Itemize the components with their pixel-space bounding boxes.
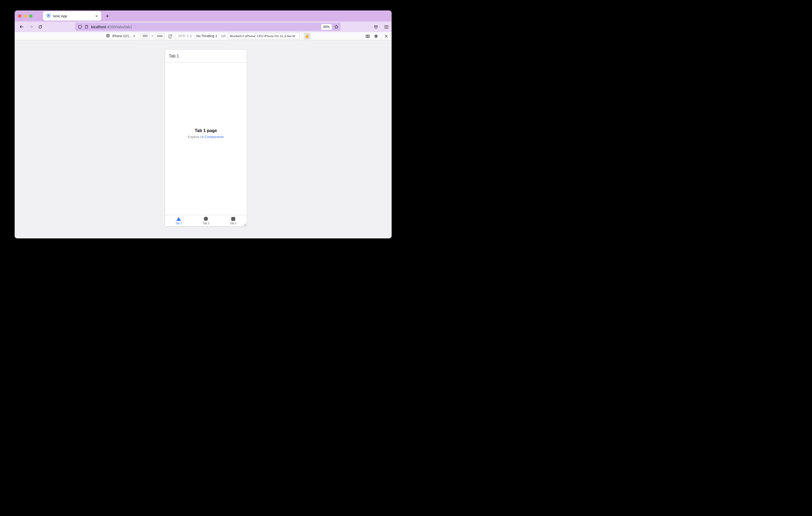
app-header-title: Tab 1 bbox=[169, 54, 179, 59]
triangle-icon bbox=[176, 217, 181, 221]
explore-container: Tab 1 page Explore UI Components bbox=[165, 128, 247, 139]
rdm-toolbar: iPhone 12/1... × DPR: 3 No Throttling UA… bbox=[14, 32, 392, 40]
pocket-button[interactable] bbox=[372, 23, 380, 31]
app-content: Tab 1 page Explore UI Components bbox=[165, 62, 247, 215]
menu-button[interactable] bbox=[383, 23, 390, 31]
tab-strip: Ionic App bbox=[14, 10, 392, 22]
toolbar-separator bbox=[195, 32, 195, 40]
rdm-content-area: Tab 1 Tab 1 page Explore UI Components T… bbox=[14, 40, 392, 238]
app-tab-3[interactable]: Tab 3 bbox=[220, 215, 247, 226]
tab-title: Ionic App bbox=[53, 14, 94, 18]
viewport-height-input[interactable] bbox=[155, 33, 165, 39]
toolbar-separator bbox=[362, 32, 362, 40]
toolbar-separator bbox=[138, 32, 138, 40]
back-arrow-icon bbox=[19, 25, 24, 29]
browser-compass-icon bbox=[106, 33, 110, 39]
page-info-icon[interactable] bbox=[85, 25, 88, 29]
explore-prefix: Explore bbox=[188, 135, 199, 139]
navigation-toolbar: localhost:4200/tabs/tab1 80% bbox=[14, 22, 392, 32]
ua-label: UA: bbox=[221, 34, 226, 38]
app-tab-label: Tab 1 bbox=[176, 222, 182, 225]
bookmark-star-icon[interactable] bbox=[334, 25, 339, 29]
dpr-stepper-icon bbox=[190, 35, 192, 37]
close-rdm-button[interactable] bbox=[383, 33, 389, 39]
gear-icon bbox=[374, 34, 378, 38]
page-title: Tab 1 page bbox=[165, 128, 247, 133]
rotate-viewport-button[interactable] bbox=[167, 33, 173, 39]
screenshot-button[interactable] bbox=[364, 33, 371, 39]
url-text: localhost:4200/tabs/tab1 bbox=[91, 25, 321, 29]
user-agent-input[interactable] bbox=[228, 33, 299, 39]
throttling-selector[interactable]: No Throttling bbox=[197, 34, 217, 38]
device-label: iPhone 12/1... bbox=[112, 34, 132, 38]
rotate-phone-icon bbox=[168, 34, 172, 38]
tab-close-button[interactable] bbox=[94, 13, 99, 19]
camera-icon bbox=[366, 34, 370, 38]
device-selector[interactable]: iPhone 12/1... bbox=[106, 33, 135, 39]
device-viewport: Tab 1 Tab 1 page Explore UI Components T… bbox=[165, 50, 247, 226]
ui-components-link[interactable]: UI Components bbox=[200, 135, 224, 139]
resize-grip-icon bbox=[243, 223, 246, 226]
dimensions-group: × bbox=[140, 33, 173, 39]
forward-button[interactable] bbox=[27, 23, 34, 31]
browser-window: Ionic App localhost:4200/tabs/tab1 bbox=[14, 10, 392, 238]
dimensions-times: × bbox=[151, 34, 153, 38]
shield-icon[interactable] bbox=[78, 25, 82, 29]
app-tab-2[interactable]: Tab 2 bbox=[192, 215, 220, 226]
reload-button[interactable] bbox=[37, 23, 44, 31]
zoom-level-badge[interactable]: 80% bbox=[321, 24, 332, 30]
app-header: Tab 1 bbox=[165, 50, 247, 62]
url-bar[interactable]: localhost:4200/tabs/tab1 80% bbox=[75, 23, 341, 31]
touch-pointer-icon: ☝ bbox=[304, 34, 310, 38]
plus-icon bbox=[106, 14, 109, 18]
back-button[interactable] bbox=[18, 23, 25, 31]
viewport-resize-handle[interactable] bbox=[243, 223, 246, 226]
user-agent-group: UA: bbox=[221, 33, 299, 39]
dpr-selector: DPR: 3 bbox=[178, 34, 192, 38]
reload-icon bbox=[38, 25, 42, 29]
close-icon bbox=[95, 14, 98, 18]
app-tab-bar: Tab 1 Tab 2 Tab 3 bbox=[165, 215, 247, 226]
toolbar-separator bbox=[301, 32, 302, 40]
settings-button[interactable] bbox=[373, 33, 379, 39]
touch-simulation-toggle[interactable]: ☝ bbox=[304, 33, 311, 39]
app-tab-1[interactable]: Tab 1 bbox=[165, 215, 192, 226]
dpr-label: DPR: 3 bbox=[178, 34, 188, 38]
window-controls bbox=[14, 14, 32, 18]
pocket-icon bbox=[374, 25, 378, 29]
url-path: :4200/tabs/tab1 bbox=[106, 25, 132, 29]
ionic-favicon-icon bbox=[46, 13, 51, 19]
hamburger-menu-icon bbox=[384, 25, 388, 29]
ellipse-icon bbox=[204, 217, 208, 221]
app-tab-label: Tab 2 bbox=[203, 222, 209, 225]
url-host: localhost bbox=[91, 25, 106, 29]
forward-arrow-icon bbox=[29, 25, 33, 29]
window-minimize-button[interactable] bbox=[24, 14, 27, 18]
device-stepper-icon bbox=[134, 35, 135, 37]
throttling-stepper-icon bbox=[215, 35, 217, 37]
window-close-button[interactable] bbox=[18, 14, 22, 18]
viewport-width-input[interactable] bbox=[140, 33, 150, 39]
app-tab-label: Tab 3 bbox=[230, 222, 236, 225]
new-tab-button[interactable] bbox=[104, 12, 111, 20]
square-icon bbox=[231, 217, 235, 221]
throttling-label: No Throttling bbox=[197, 34, 214, 38]
browser-tab[interactable]: Ionic App bbox=[43, 11, 101, 21]
window-zoom-button[interactable] bbox=[29, 14, 32, 18]
close-icon bbox=[384, 34, 388, 38]
explore-text: Explore UI Components bbox=[165, 135, 247, 139]
